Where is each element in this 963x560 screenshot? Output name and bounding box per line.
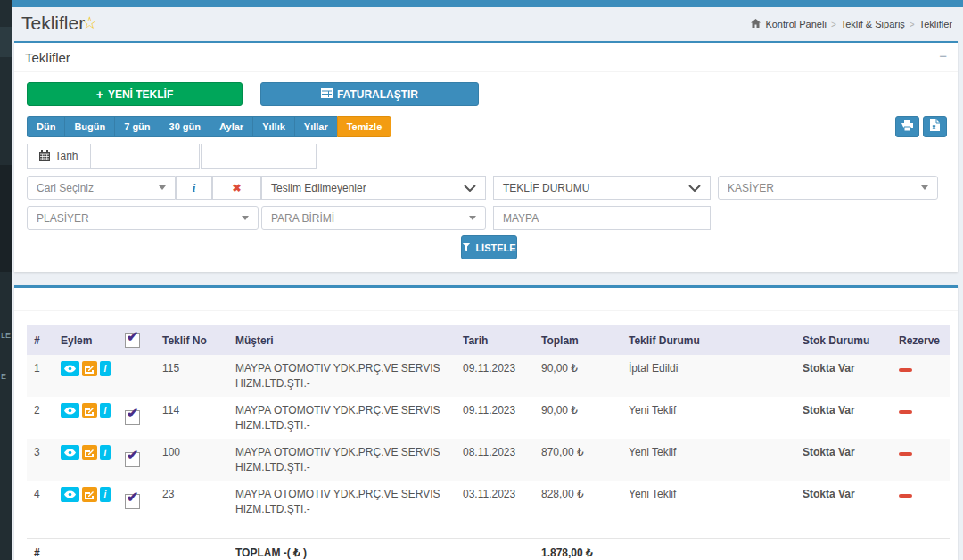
close-icon: ✖ [232, 182, 241, 194]
row-teklif-durumu: Yeni Teklif [621, 481, 795, 523]
firma-filter-input[interactable] [493, 206, 711, 230]
view-button[interactable] [61, 445, 79, 460]
row-teklif-durumu: Yeni Teklif [621, 397, 795, 439]
logo-area [0, 0, 12, 7]
edit-button[interactable] [82, 403, 97, 418]
col-select-all: ✔ [118, 325, 155, 355]
home-icon[interactable] [751, 19, 761, 29]
row-stok-durumu: Stokta Var [795, 397, 892, 439]
sidebar[interactable]: LE E [0, 7, 12, 560]
row-checkbox[interactable]: ✔ [125, 452, 140, 467]
excel-file-icon [930, 119, 940, 135]
new-offer-button[interactable]: + YENİ TEKLİF [27, 82, 243, 106]
eye-icon [64, 449, 76, 457]
print-button[interactable] [895, 116, 919, 137]
row-checkbox-cell [118, 355, 155, 397]
view-button[interactable] [61, 403, 79, 418]
caret-down-icon [159, 185, 166, 190]
plasiyer-select-value: PLASİYER [37, 212, 89, 225]
row-checkbox[interactable]: ✔ [125, 494, 140, 509]
plasiyer-select[interactable]: PLASİYER [27, 206, 259, 230]
view-button[interactable] [61, 361, 79, 376]
range-30gun-button[interactable]: 30 gün [160, 116, 210, 137]
table-row: 2 i ✔ 114 MAYPA OTOMOTIV YDK.PRÇ.VE SERV… [27, 397, 950, 439]
eye-icon [64, 407, 76, 415]
para-birimi-select-value: PARA BİRİMİ [271, 212, 334, 225]
export-excel-button[interactable] [923, 116, 947, 137]
page-title: Teklifler [21, 12, 85, 34]
offers-table: # Eylem ✔ Teklif No Müşteri Tarih Toplam… [27, 325, 950, 523]
range-temizle-button[interactable]: Temizle [337, 116, 392, 137]
col-teklif-no: Teklif No [155, 325, 228, 355]
export-group [895, 116, 947, 137]
cari-clear-button[interactable]: ✖ [212, 176, 261, 200]
calendar-icon [39, 150, 50, 163]
info-icon: i [104, 403, 107, 418]
edit-button[interactable] [82, 487, 97, 502]
view-button[interactable] [61, 487, 79, 502]
sidebar-label-fragment: E [1, 372, 6, 381]
listele-button[interactable]: LİSTELE [461, 235, 517, 259]
range-bugun-button[interactable]: Bugün [64, 116, 114, 137]
edit-button[interactable] [82, 445, 97, 460]
row-stok-durumu: Stokta Var [795, 355, 892, 397]
breadcrumb: Kontrol Paneli > Teklif & Sipariş > Tekl… [751, 19, 952, 29]
favorite-star-icon[interactable]: ☆ [82, 12, 97, 33]
cari-select[interactable]: Cari Seçiniz [27, 176, 176, 200]
pencil-square-icon [85, 490, 94, 499]
select-all-checkbox[interactable]: ✔ [125, 333, 140, 348]
row-info-button[interactable]: i [100, 487, 111, 502]
kasiyer-select[interactable]: KASİYER [718, 176, 938, 200]
breadcrumb-teklifler[interactable]: Teklifler [919, 19, 952, 29]
breadcrumb-separator: > [831, 20, 836, 29]
invoice-button[interactable]: FATURALAŞTIR [260, 82, 479, 106]
row-checkbox-cell: ✔ [118, 481, 155, 523]
date-label-text: Tarih [54, 150, 78, 162]
range-aylar-button[interactable]: Aylar [210, 116, 252, 137]
row-tarih: 08.11.2023 [456, 439, 534, 481]
row-toplam: 90,00 ₺ [534, 355, 621, 397]
breadcrumb-kontrol-paneli[interactable]: Kontrol Paneli [765, 19, 827, 29]
info-icon: i [193, 181, 196, 195]
minus-icon[interactable] [899, 494, 912, 498]
chevron-down-icon [688, 185, 701, 192]
row-musteri: MAYPA OTOMOTIV YDK.PRÇ.VE SERVIS HIZM.LT… [228, 439, 456, 481]
table-header-row: # Eylem ✔ Teklif No Müşteri Tarih Toplam… [27, 325, 950, 355]
row-stok-durumu: Stokta Var [795, 481, 892, 523]
row-checkbox-cell: ✔ [118, 397, 155, 439]
range-yillar-button[interactable]: Yıllar [294, 116, 337, 137]
row-checkbox[interactable]: ✔ [125, 410, 140, 425]
date-end-input[interactable] [201, 144, 317, 169]
col-teklif-durumu: Teklif Durumu [621, 325, 795, 355]
sidebar-label-fragment: LE [1, 331, 11, 340]
row-info-button[interactable]: i [100, 445, 111, 460]
cari-select-value: Cari Seçiniz [37, 182, 94, 194]
table-row: 3 i ✔ 100 MAYPA OTOMOTIV YDK.PRÇ.VE SERV… [27, 439, 950, 481]
collapse-button[interactable]: − [939, 48, 947, 63]
range-yillik-button[interactable]: Yıllık [252, 116, 294, 137]
row-teklif-no: 100 [155, 439, 228, 481]
row-info-button[interactable]: i [100, 403, 111, 418]
teslim-select[interactable]: Teslim Edilmeyenler [261, 176, 486, 200]
range-dun-button[interactable]: Dün [27, 116, 64, 137]
row-info-button[interactable]: i [100, 361, 111, 376]
range-7gun-button[interactable]: 7 gün [114, 116, 159, 137]
footer-total-value: 1.878,00 ₺ [541, 547, 593, 559]
minus-icon[interactable] [899, 410, 912, 414]
teklif-durumu-select[interactable]: TEKLİF DURUMU [493, 176, 711, 200]
breadcrumb-separator: > [910, 20, 915, 29]
footer-total-label: TOPLAM -( ₺ ) [235, 547, 307, 559]
row-teklif-no: 23 [155, 481, 228, 523]
minus-icon[interactable] [899, 368, 912, 372]
table-row: 1 i 115 MAYPA OTOMOTIV YDK.PRÇ.VE SERVIS… [27, 355, 950, 397]
filter-card: Teklifler − + YENİ TEKLİF FATURALAŞTIR D… [14, 41, 958, 272]
minus-icon[interactable] [899, 452, 912, 456]
row-tarih: 03.11.2023 [456, 481, 534, 523]
row-index: 3 [27, 439, 54, 481]
col-rezerve: Rezerve [892, 325, 950, 355]
cari-info-button[interactable]: i [176, 176, 212, 200]
date-start-input[interactable] [91, 144, 200, 169]
para-birimi-select[interactable]: PARA BİRİMİ [261, 206, 486, 230]
edit-button[interactable] [82, 361, 97, 376]
breadcrumb-teklif-siparis[interactable]: Teklif & Sipariş [841, 19, 905, 29]
